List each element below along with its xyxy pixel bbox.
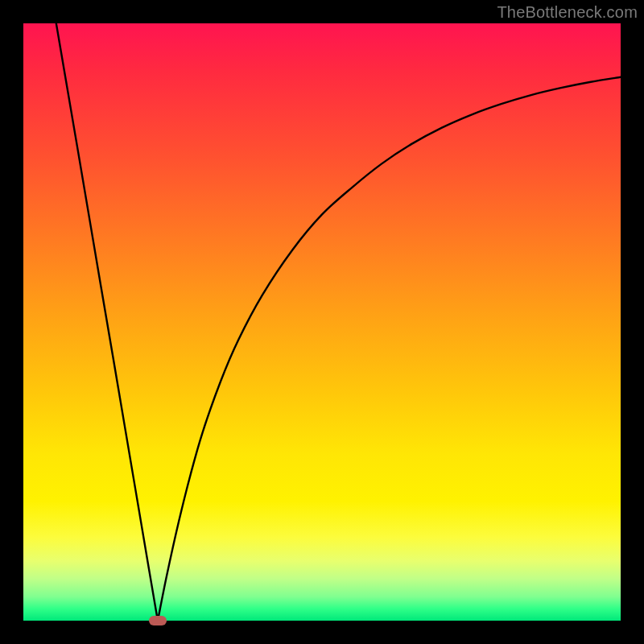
attribution-text: TheBottleneck.com bbox=[497, 3, 638, 22]
chart-frame: TheBottleneck.com bbox=[0, 0, 644, 644]
bottleneck-curve bbox=[23, 23, 621, 621]
curve-left-branch bbox=[56, 23, 158, 621]
curve-right-branch bbox=[158, 77, 621, 621]
optimal-point-marker bbox=[149, 616, 167, 625]
plot-area bbox=[23, 23, 621, 621]
